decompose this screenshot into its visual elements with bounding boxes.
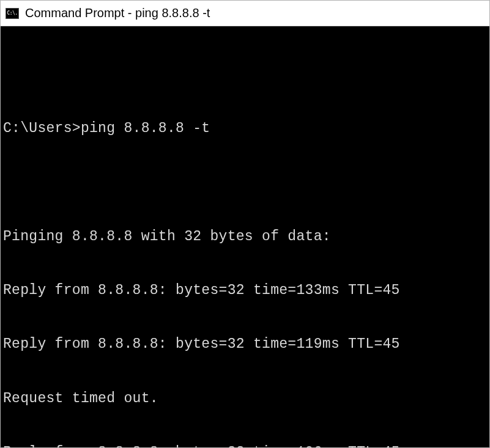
terminal-ping-reply: Reply from 8.8.8.8: bytes=32 time=119ms …	[3, 336, 487, 353]
terminal-blank-line	[3, 174, 487, 192]
terminal-ping-timeout: Request timed out.	[3, 390, 487, 408]
command-prompt-window: C:\. Command Prompt - ping 8.8.8.8 -t C:…	[0, 0, 490, 448]
cmd-icon-text: C:\.	[7, 10, 17, 16]
terminal-prompt-line: C:\Users>ping 8.8.8.8 -t	[3, 120, 487, 138]
cmd-icon: C:\.	[6, 8, 19, 19]
window-title: Command Prompt - ping 8.8.8.8 -t	[25, 6, 210, 20]
terminal-ping-header: Pinging 8.8.8.8 with 32 bytes of data:	[3, 228, 487, 246]
terminal-blank-line	[3, 66, 487, 84]
terminal-ping-reply: Reply from 8.8.8.8: bytes=32 time=106ms …	[3, 444, 487, 447]
terminal-output[interactable]: C:\Users>ping 8.8.8.8 -t Pinging 8.8.8.8…	[1, 26, 489, 447]
terminal-ping-reply: Reply from 8.8.8.8: bytes=32 time=133ms …	[3, 282, 487, 299]
titlebar[interactable]: C:\. Command Prompt - ping 8.8.8.8 -t	[1, 1, 489, 26]
